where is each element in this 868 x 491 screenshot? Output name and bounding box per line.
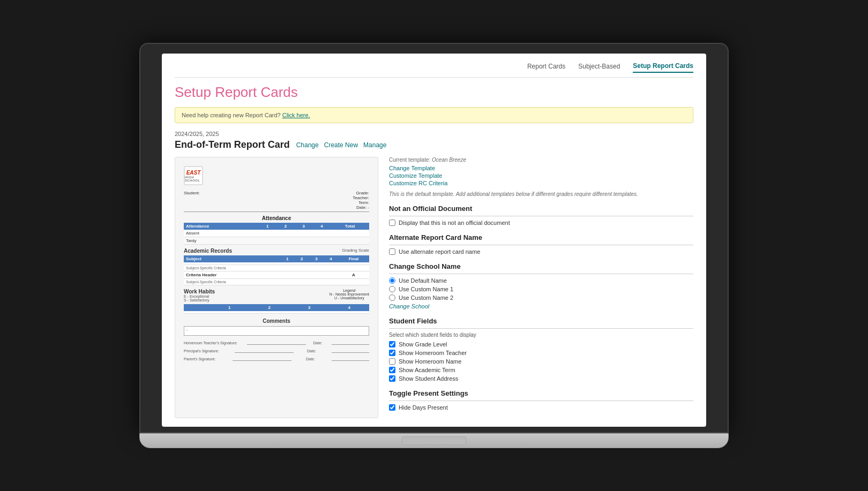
toggle-present-section: Toggle Present Settings Hide Days Presen… bbox=[389, 389, 693, 411]
sf-homeroom-teacher-label: Show Homeroom Teacher bbox=[399, 350, 467, 356]
student-fields-section: Student Fields Select which student fiel… bbox=[389, 317, 693, 382]
comments-title: Comments bbox=[184, 318, 369, 324]
help-link[interactable]: Click here. bbox=[282, 112, 310, 118]
table-row: Absent bbox=[184, 230, 369, 237]
legend-n: N - Needs Improvement bbox=[330, 292, 369, 296]
sf-student-address-row: Show Student Address bbox=[389, 375, 693, 382]
hide-days-checkbox[interactable] bbox=[389, 404, 395, 411]
principal-sig-line bbox=[235, 349, 294, 353]
alt-name-checkbox[interactable] bbox=[389, 248, 395, 255]
template-label: Current template: bbox=[389, 157, 430, 163]
create-new-link[interactable]: Create New bbox=[324, 141, 358, 149]
change-school-section: Change School Name Use Default Name Use … bbox=[389, 262, 693, 309]
rc-header: End-of-Term Report Card Change Create Ne… bbox=[175, 139, 693, 150]
main-layout: EAST HIGH SCHOOL Student: Grade: Teacher… bbox=[175, 157, 693, 418]
rc-preview: EAST HIGH SCHOOL Student: Grade: Teacher… bbox=[175, 157, 378, 418]
alt-name-title: Alternate Report Card Name bbox=[389, 233, 693, 245]
wh-table: 1 2 3 4 bbox=[184, 304, 369, 314]
not-official-section: Not an Official Document Display that th… bbox=[389, 205, 693, 226]
sf-student-address-checkbox[interactable] bbox=[389, 375, 395, 382]
rc-title: End-of-Term Report Card bbox=[175, 139, 290, 150]
screen-bezel: Report Cards Subject-Based Setup Report … bbox=[139, 43, 729, 433]
manage-link[interactable]: Manage bbox=[363, 141, 386, 149]
att-col-0: Attendance bbox=[184, 223, 258, 230]
sf-academic-term-checkbox[interactable] bbox=[389, 367, 395, 373]
date-line-2 bbox=[332, 349, 369, 353]
attendance-table: Attendance 1 2 3 4 Total Abs bbox=[184, 223, 369, 245]
academic-title: Academic Records bbox=[184, 248, 232, 254]
hide-days-label: Hide Days Present bbox=[399, 404, 448, 411]
school-name-sub: HIGH SCHOOL bbox=[185, 176, 202, 182]
nav-setup-report-cards[interactable]: Setup Report Cards bbox=[633, 62, 693, 73]
sf-homeroom-name-row: Show Homeroom Name bbox=[389, 358, 693, 365]
school-radio-custom2[interactable] bbox=[389, 294, 395, 301]
sf-grade-label: Show Grade Level bbox=[399, 341, 447, 348]
laptop-screen: Report Cards Subject-Based Setup Report … bbox=[162, 54, 706, 427]
attendance-title: Attendance bbox=[184, 215, 369, 221]
att-col-total: Total bbox=[331, 223, 369, 230]
student-info-line: Student: Grade: Teacher: Term: Date: - bbox=[184, 191, 369, 212]
sf-homeroom-teacher-row: Show Homeroom Teacher bbox=[389, 350, 693, 356]
hide-days-row: Hide Days Present bbox=[389, 404, 693, 411]
teacher-label: Teacher: bbox=[353, 195, 369, 200]
change-link[interactable]: Change bbox=[296, 141, 319, 149]
sig-row-homeroom: Homeroom Teacher's Signature: Date: bbox=[184, 341, 369, 345]
term-label: Term: bbox=[353, 200, 369, 205]
subj-col-1: 1 bbox=[280, 255, 295, 262]
homeroom-sig-line bbox=[247, 341, 306, 345]
sf-student-address-label: Show Student Address bbox=[399, 375, 458, 382]
sf-grade-checkbox[interactable] bbox=[389, 341, 395, 348]
change-school-title: Change School Name bbox=[389, 262, 693, 274]
wh-left: Work Habits E - Exceptional S - Satisfac… bbox=[184, 289, 215, 302]
principal-sig-label: Principal's Signature: bbox=[184, 349, 219, 353]
alt-name-checkbox-row: Use alternate report card name bbox=[389, 248, 693, 255]
not-official-title: Not an Official Document bbox=[389, 205, 693, 216]
logo-badge: EAST HIGH SCHOOL bbox=[184, 166, 203, 185]
grading-scale: Grading Scale bbox=[342, 248, 369, 254]
help-text: Need help creating new Report Card? bbox=[182, 112, 281, 118]
sig-row-parent: Parent's Signature: Date: bbox=[184, 357, 369, 361]
table-row: Criteria Header A bbox=[184, 271, 369, 279]
att-col-1: 1 bbox=[258, 223, 276, 230]
wh-scale-s: S - Satisfactory bbox=[184, 298, 215, 302]
change-school-link[interactable]: Change School bbox=[389, 303, 429, 309]
sf-homeroom-teacher-checkbox[interactable] bbox=[389, 350, 395, 356]
subj-col-3: 3 bbox=[309, 255, 324, 262]
template-info: Current template: Ocean Breeze bbox=[389, 157, 693, 163]
school-radio-default[interactable] bbox=[389, 277, 395, 284]
sf-academic-term-row: Show Academic Term bbox=[389, 367, 693, 373]
right-panel: Current template: Ocean Breeze Change Te… bbox=[389, 157, 693, 418]
homeroom-sig-label: Homeroom Teacher's Signature: bbox=[184, 341, 237, 345]
nav-report-cards[interactable]: Report Cards bbox=[527, 63, 565, 72]
parent-sig-label: Parent's Signature: bbox=[184, 357, 215, 361]
comment-box: - bbox=[184, 326, 369, 336]
subj-col-final: Final bbox=[338, 255, 369, 262]
subj-col-2: 2 bbox=[295, 255, 309, 262]
school-radio-custom1[interactable] bbox=[389, 286, 395, 292]
alt-name-section: Alternate Report Card Name Use alternate… bbox=[389, 233, 693, 255]
nav-subject-based[interactable]: Subject-Based bbox=[578, 63, 620, 72]
work-habits-header: Work Habits E - Exceptional S - Satisfac… bbox=[184, 289, 369, 302]
page-title: Setup Report Cards bbox=[175, 84, 693, 101]
not-official-checkbox[interactable] bbox=[389, 220, 395, 226]
date-line-3 bbox=[332, 357, 369, 361]
grade-label: Grade: bbox=[353, 191, 369, 195]
date-field-2: Date: bbox=[307, 349, 316, 353]
student-label: Student: bbox=[184, 191, 200, 210]
subj-col-0: Subject bbox=[184, 255, 280, 262]
page-content: Report Cards Subject-Based Setup Report … bbox=[162, 54, 706, 427]
customize-rc-criteria-link[interactable]: Customize RC Criteria bbox=[389, 180, 693, 186]
school-radio-custom2-label: Use Custom Name 2 bbox=[399, 294, 453, 301]
date-label: Date: - bbox=[353, 205, 369, 210]
panel-links: Change Template Customize Template Custo… bbox=[389, 165, 693, 186]
customize-template-link[interactable]: Customize Template bbox=[389, 172, 693, 179]
school-logo: EAST HIGH SCHOOL bbox=[184, 166, 369, 185]
sf-homeroom-name-checkbox[interactable] bbox=[389, 358, 395, 365]
table-row: Tardy bbox=[184, 237, 369, 245]
change-template-link[interactable]: Change Template bbox=[389, 165, 693, 171]
laptop-trackpad bbox=[402, 436, 466, 445]
sf-academic-term-label: Show Academic Term bbox=[399, 367, 455, 373]
student-fields-subtitle: Select which student fields to display bbox=[389, 332, 693, 338]
year-label: 2024/2025, 2025 bbox=[175, 131, 693, 137]
student-fields-title: Student Fields bbox=[389, 317, 693, 329]
